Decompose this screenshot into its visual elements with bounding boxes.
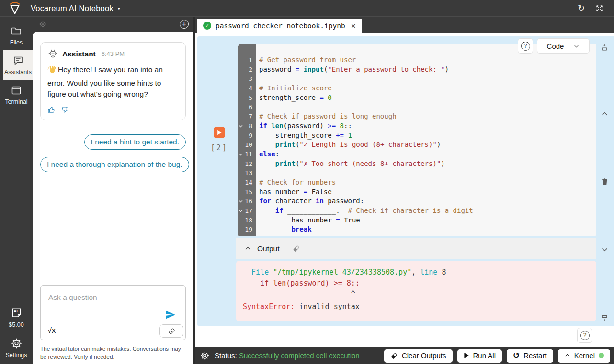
chevron-down-icon: ▾ — [118, 6, 120, 11]
gutter-line[interactable]: 5 — [238, 93, 256, 103]
gutter-line[interactable]: 14 — [238, 178, 256, 188]
execution-count: [2] — [209, 143, 230, 152]
credit-amount: $5.00 — [9, 321, 23, 328]
code-line[interactable]: # Get password from user — [259, 55, 596, 65]
code-cell: [2] 12345678910111213141516171819 # Get … — [197, 36, 614, 326]
code-line[interactable]: print("✓ Length is good (8+ characters)"… — [259, 140, 596, 150]
restart-button[interactable]: ↺ Restart — [507, 349, 553, 363]
code-line[interactable] — [259, 168, 596, 178]
notebook-pane: ✓ password_checker_notebook.ipynb × [2] … — [195, 17, 614, 364]
message-feedback — [47, 106, 179, 114]
input-placeholder: Ask a question — [48, 293, 97, 302]
sidebar-item-files[interactable]: Files — [0, 21, 33, 50]
code-line[interactable]: has_number = False — [259, 188, 596, 197]
add-cell-above-icon[interactable] — [600, 43, 609, 52]
line-number: 13 — [244, 168, 256, 178]
fold-chevron-icon[interactable] — [238, 153, 244, 156]
move-cell-up-icon[interactable] — [600, 110, 609, 118]
chip-explanation[interactable]: I need a thorough explanation of the bug… — [40, 157, 189, 172]
gutter-line[interactable]: 1 — [238, 55, 256, 65]
notebook-help-button[interactable]: ? — [577, 328, 592, 343]
run-all-button[interactable]: Run All — [457, 349, 502, 363]
gutter-line[interactable]: 7 — [238, 112, 256, 121]
gutter-line[interactable]: 9 — [238, 131, 256, 141]
chat-input-area: Ask a question √x The virtual tutor can … — [33, 285, 193, 361]
code-line[interactable]: # Check for numbers — [259, 178, 596, 188]
code-line[interactable]: if len(password) >= 8:: — [259, 121, 596, 131]
move-cell-down-icon[interactable] — [600, 245, 609, 254]
fullscreen-icon[interactable] — [595, 4, 603, 12]
clear-output-icon[interactable] — [292, 244, 300, 253]
message-timestamp: 6:43 PM — [102, 50, 125, 57]
gutter-line[interactable]: 6 — [238, 102, 256, 112]
app-title-dropdown[interactable]: Vocareum AI Notebook ▾ — [31, 4, 120, 13]
gutter-line[interactable]: 2 — [238, 65, 256, 75]
sidebar-item-assistants[interactable]: Assistants — [3, 50, 33, 80]
button-label: Restart — [523, 352, 546, 360]
gutter-line[interactable]: 11 — [238, 150, 256, 159]
math-input-button[interactable]: √x — [47, 326, 56, 335]
fold-chevron-icon[interactable] — [238, 200, 244, 203]
tab-filename: password_checker_notebook.ipynb — [216, 22, 345, 30]
fold-chevron-icon[interactable] — [238, 210, 244, 212]
gutter-line[interactable]: 17 — [238, 206, 256, 216]
code-line[interactable] — [259, 102, 596, 112]
gutter-line[interactable]: 16 — [238, 197, 256, 206]
question-input[interactable]: Ask a question √x — [40, 285, 186, 340]
kernel-button[interactable]: Kernel — [558, 349, 610, 363]
new-chat-button[interactable]: + — [180, 20, 189, 29]
send-icon[interactable] — [165, 309, 176, 320]
fold-chevron-icon[interactable] — [238, 125, 244, 128]
line-number: 19 — [244, 225, 256, 234]
gutter-line[interactable]: 18 — [238, 216, 256, 225]
restart-icon: ↺ — [513, 351, 520, 361]
chip-hint[interactable]: I need a hint to get started. — [84, 134, 186, 150]
line-number: 9 — [244, 131, 256, 141]
gear-icon[interactable] — [200, 351, 210, 361]
editor-code[interactable]: # Get password from userpassword = input… — [256, 44, 596, 236]
gutter-line[interactable]: 8 — [238, 121, 256, 131]
gutter-line[interactable]: 19 — [238, 225, 256, 234]
code-line[interactable]: break — [259, 225, 596, 234]
code-line[interactable]: for character in password: — [259, 197, 596, 206]
code-line[interactable]: # Check if password is long enough — [259, 112, 596, 121]
saved-check-icon: ✓ — [203, 22, 211, 30]
chevron-down-icon — [573, 43, 580, 49]
code-line[interactable]: print("✗ Too short (needs 8+ characters)… — [259, 159, 596, 169]
code-editor[interactable]: 12345678910111213141516171819 # Get pass… — [238, 44, 596, 236]
code-line[interactable]: else: — [259, 150, 596, 159]
assistant-panel-header: + — [33, 17, 193, 32]
gear-icon[interactable] — [39, 20, 47, 28]
thumbs-down-icon[interactable] — [61, 106, 69, 114]
cell-type-dropdown[interactable]: Code — [537, 38, 590, 54]
delete-cell-icon[interactable] — [600, 177, 609, 186]
sidebar-item-ai-credit[interactable]: AI $5.00 — [0, 302, 33, 332]
gutter-line[interactable]: 3 — [238, 74, 256, 84]
run-cell-button[interactable] — [214, 127, 225, 138]
code-line[interactable] — [259, 74, 596, 84]
sidebar-item-settings[interactable]: Settings — [0, 332, 33, 363]
sidebar-label: Settings — [5, 352, 27, 359]
sidebar-item-terminal[interactable]: Terminal — [0, 80, 33, 110]
code-line[interactable]: has_number = True — [259, 216, 596, 225]
refresh-icon[interactable]: ↻ — [578, 3, 585, 13]
gutter-line[interactable]: 15 — [238, 188, 256, 197]
gutter-line[interactable]: 12 — [238, 159, 256, 169]
collapse-output-icon[interactable] — [244, 245, 251, 252]
clear-input-button[interactable] — [159, 324, 183, 338]
code-line[interactable]: password = input("Enter a password to ch… — [259, 65, 596, 75]
code-line[interactable]: strength_score += 1 — [259, 131, 596, 141]
code-line[interactable]: if ____________: # Check if character is… — [259, 206, 596, 216]
gutter-line[interactable]: 13 — [238, 168, 256, 178]
folder-icon — [10, 25, 23, 37]
gutter-line[interactable]: 4 — [238, 84, 256, 93]
cell-help-button[interactable]: ? — [518, 38, 533, 54]
close-tab-icon[interactable]: × — [351, 21, 356, 31]
gutter-line[interactable]: 10 — [238, 140, 256, 150]
clear-outputs-button[interactable]: Clear Outputs — [384, 349, 453, 363]
code-line[interactable]: # Initialize score — [259, 84, 596, 93]
add-cell-below-icon[interactable] — [600, 313, 609, 322]
code-line[interactable]: strength_score = 0 — [259, 93, 596, 103]
notebook-tab[interactable]: ✓ password_checker_notebook.ipynb × — [197, 19, 362, 33]
thumbs-up-icon[interactable] — [47, 106, 56, 114]
